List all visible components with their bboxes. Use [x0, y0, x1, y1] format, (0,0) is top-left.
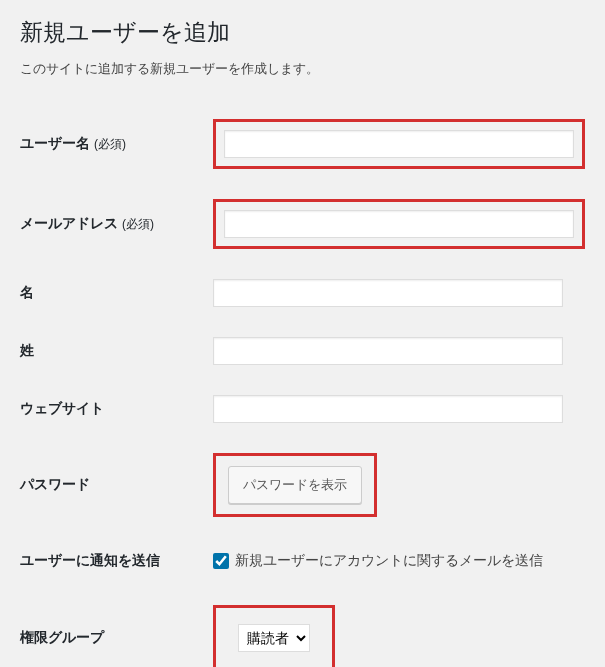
- page-title: 新規ユーザーを追加: [20, 18, 585, 48]
- password-highlight: パスワードを表示: [213, 453, 377, 517]
- notify-checkbox-wrap[interactable]: 新規ユーザーにアカウントに関するメールを送信: [213, 552, 585, 570]
- role-select[interactable]: 購読者: [238, 624, 310, 652]
- firstname-label: 名: [20, 264, 213, 322]
- website-input[interactable]: [213, 395, 563, 423]
- notify-checkbox[interactable]: [213, 553, 229, 569]
- lastname-label: 姓: [20, 322, 213, 380]
- notify-label: ユーザーに通知を送信: [20, 532, 213, 590]
- lastname-input[interactable]: [213, 337, 563, 365]
- email-label: メールアドレス (必須): [20, 184, 213, 264]
- email-highlight: [213, 199, 585, 249]
- user-form: ユーザー名 (必須) メールアドレス (必須) 名 姓 ウェブサイト: [20, 104, 585, 667]
- role-label: 権限グループ: [20, 590, 213, 667]
- page-description: このサイトに追加する新規ユーザーを作成します。: [20, 60, 585, 78]
- firstname-input[interactable]: [213, 279, 563, 307]
- website-label: ウェブサイト: [20, 380, 213, 438]
- password-label: パスワード: [20, 438, 213, 532]
- show-password-button[interactable]: パスワードを表示: [228, 466, 362, 504]
- username-label: ユーザー名 (必須): [20, 104, 213, 184]
- notify-checkbox-label: 新規ユーザーにアカウントに関するメールを送信: [235, 552, 543, 570]
- email-input[interactable]: [224, 210, 574, 238]
- role-highlight: 購読者: [213, 605, 335, 667]
- username-highlight: [213, 119, 585, 169]
- username-input[interactable]: [224, 130, 574, 158]
